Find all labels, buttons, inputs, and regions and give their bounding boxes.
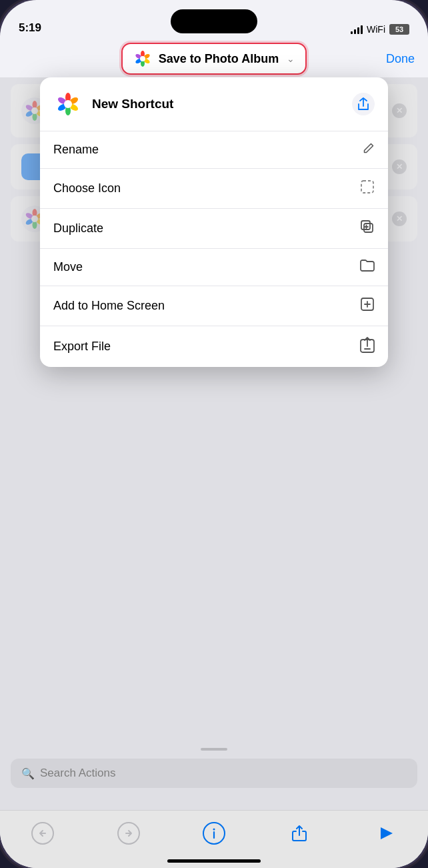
- rename-label: Rename: [53, 143, 363, 157]
- phone-screen: 5:19 WiFi 53: [0, 0, 428, 868]
- dropdown-title: New Shortcut: [92, 97, 343, 111]
- svg-rect-33: [364, 224, 373, 232]
- choose-icon-menu-item[interactable]: Choose Icon: [40, 169, 388, 209]
- dropdown-menu: New Shortcut Rename Choose Icon: [40, 77, 388, 367]
- dropdown-share-button[interactable]: [352, 93, 375, 115]
- export-file-label: Export File: [53, 340, 360, 354]
- move-menu-item[interactable]: Move: [40, 249, 388, 286]
- dynamic-island: [171, 9, 257, 33]
- add-home-screen-menu-item[interactable]: Add to Home Screen: [40, 286, 388, 326]
- move-label: Move: [53, 260, 360, 274]
- shortcut-name-label: Save to Photo Album: [159, 52, 279, 66]
- home-bar: [167, 859, 261, 863]
- duplicate-menu-item[interactable]: Duplicate: [40, 209, 388, 249]
- svg-rect-32: [361, 181, 373, 193]
- duplicate-label: Duplicate: [53, 222, 360, 236]
- svg-point-7: [140, 56, 145, 61]
- signal-bars: [351, 25, 363, 34]
- svg-rect-34: [361, 221, 370, 230]
- pencil-icon: [363, 142, 375, 157]
- plus-square-icon: [360, 297, 375, 315]
- folder-icon: [360, 260, 375, 275]
- export-icon: [360, 337, 375, 356]
- dashed-square-icon: [360, 179, 375, 197]
- duplicate-icon: [360, 220, 375, 238]
- dropdown-header: New Shortcut: [40, 77, 388, 131]
- chevron-down-icon: ⌄: [287, 53, 295, 64]
- shortcut-title-pill[interactable]: Save to Photo Album ⌄: [121, 43, 307, 75]
- battery-icon: 53: [389, 24, 409, 35]
- phone-frame: 5:19 WiFi 53: [0, 0, 428, 868]
- choose-icon-label: Choose Icon: [53, 181, 360, 195]
- export-file-menu-item[interactable]: Export File: [40, 326, 388, 367]
- top-header: Save to Photo Album ⌄ Done: [0, 40, 428, 77]
- done-button[interactable]: Done: [386, 52, 415, 66]
- photos-icon-large: [53, 89, 83, 119]
- status-icons: WiFi 53: [351, 24, 409, 35]
- wifi-icon: WiFi: [367, 24, 385, 35]
- add-home-screen-label: Add to Home Screen: [53, 299, 360, 313]
- rename-menu-item[interactable]: Rename: [40, 131, 388, 169]
- svg-point-31: [64, 100, 72, 108]
- photos-icon-header: [133, 49, 152, 68]
